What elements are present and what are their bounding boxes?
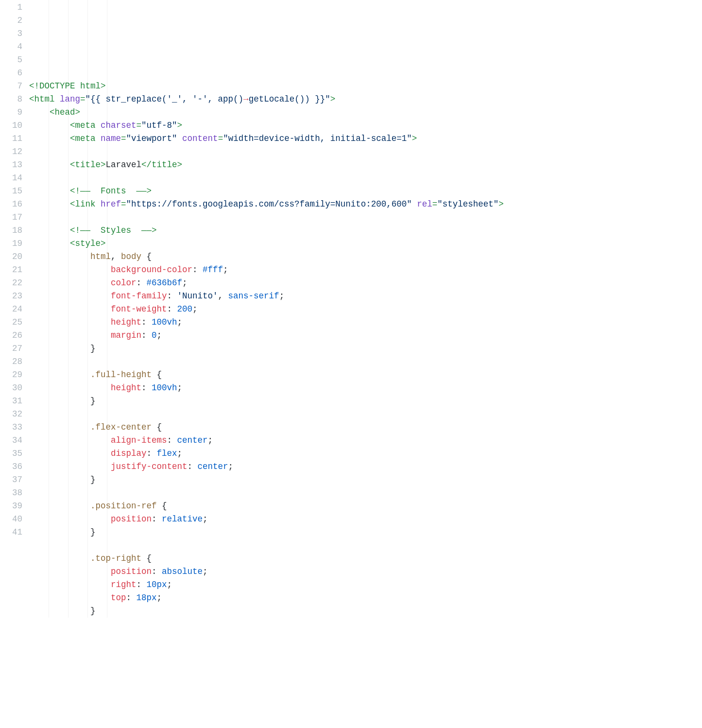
line-number: 33 [0,421,22,434]
token-str: "viewport" [126,134,177,143]
code-line[interactable]: .top-right { [29,552,702,565]
code-editor[interactable]: 1234567891011121314151617181920212223242… [0,0,702,618]
code-line[interactable] [29,355,702,368]
code-line[interactable]: } [29,395,702,408]
code-line[interactable]: position: absolute; [29,565,702,578]
line-number: 41 [0,526,22,539]
code-line[interactable]: } [29,473,702,486]
token-prop: color [111,278,137,288]
token-tag: = [121,199,126,209]
code-line[interactable] [29,172,702,185]
code-line[interactable]: .full-height { [29,368,702,381]
token-txt: ; [177,317,183,327]
code-line[interactable]: display: flex; [29,447,702,460]
token-txt: } [90,344,96,353]
code-line[interactable]: <link href="https://fonts.googleapis.com… [29,198,702,211]
code-line[interactable]: html, body { [29,250,702,263]
code-line[interactable]: <meta charset="utf-8"> [29,119,702,132]
line-number: 22 [0,277,22,290]
code-line[interactable]: margin: 0; [29,329,702,342]
token-str: "https://fonts.googleapis.com/css?family… [126,199,412,209]
line-number: 29 [0,368,22,381]
code-line[interactable]: .flex-center { [29,421,702,434]
token-val: #fff [203,265,223,275]
token-tag: <link [70,199,101,209]
code-line[interactable]: .position-ref { [29,500,702,513]
token-csssel: .full-height [90,370,152,380]
token-txt: { [157,501,167,511]
code-line[interactable]: align-items: center; [29,434,702,447]
line-number: 30 [0,381,22,395]
code-line[interactable]: <meta name="viewport" content="width=dev… [29,132,702,145]
line-number: 19 [0,237,22,250]
token-str: "width=device-width, initial-scale=1" [223,134,412,143]
line-number: 8 [0,93,22,106]
code-line[interactable]: font-family: 'Nunito', sans-serif; [29,290,702,303]
token-txt: Laravel [106,160,142,170]
token-cmt: <!—— Styles ——> [70,225,157,235]
token-val: relative [162,514,203,524]
code-line[interactable]: height: 100vh; [29,316,702,329]
token-txt: : [192,265,203,275]
token-val: flex [157,449,177,458]
code-line[interactable]: <!DOCTYPE html> [29,80,702,93]
code-line[interactable] [29,486,702,500]
code-line[interactable]: <title>Laravel</title> [29,158,702,172]
code-line[interactable]: <!—— Styles ——> [29,224,702,237]
token-txt: ; [157,330,162,340]
code-line[interactable]: <head> [29,106,702,119]
code-line[interactable]: <!—— Fonts ——> [29,185,702,198]
token-tag: <meta [70,121,101,130]
code-line[interactable]: } [29,526,702,539]
token-str: "stylesheet" [437,199,498,209]
code-line[interactable]: <html lang="{{ str_replace('_', '-', app… [29,93,702,106]
token-op: → [243,94,249,104]
token-val: #636b6f [147,278,183,288]
token-str: getLocale()) }}" [249,94,330,104]
code-line[interactable]: height: 100vh; [29,381,702,395]
token-prop: position [111,514,152,524]
token-tag: > [330,94,336,104]
token-val: center [177,435,208,445]
code-line[interactable] [29,145,702,158]
code-line[interactable]: background-color: #fff; [29,263,702,277]
line-number: 18 [0,224,22,237]
token-tag: = [432,199,438,209]
token-txt: ; [192,304,198,314]
token-txt: : [137,278,147,288]
code-line[interactable] [29,408,702,421]
code-line[interactable]: position: relative; [29,513,702,526]
code-line[interactable] [29,539,702,552]
code-line[interactable]: color: #636b6f; [29,277,702,290]
code-line[interactable]: <style> [29,237,702,250]
token-txt: ; [279,291,285,301]
code-line[interactable]: } [29,605,702,618]
token-txt: , [218,291,228,301]
line-number: 1 [0,1,22,14]
code-line[interactable]: top: 18px; [29,591,702,605]
code-line[interactable]: } [29,342,702,355]
line-number: 16 [0,198,22,211]
token-tag: = [218,134,223,143]
token-txt: , [111,252,121,261]
token-prop: height [111,317,141,327]
token-prop: background-color [111,265,192,275]
token-txt: : [167,435,177,445]
token-str: "utf-8" [141,121,177,130]
token-str: "{{ str_replace('_', '-', app() [86,94,244,104]
code-line[interactable]: font-weight: 200; [29,303,702,316]
token-prop: display [111,449,147,458]
token-val: absolute [162,567,203,576]
token-attr: lang [60,94,80,104]
line-number: 13 [0,158,22,172]
code-area[interactable]: <!DOCTYPE html><html lang="{{ str_replac… [29,0,702,618]
line-number: 39 [0,500,22,513]
token-txt: : [126,593,137,603]
code-line[interactable]: justify-content: center; [29,460,702,473]
line-number: 10 [0,119,22,132]
token-prop: font-family [111,291,167,301]
token-val: sans-serif [228,291,279,301]
code-line[interactable] [29,211,702,224]
line-number: 38 [0,486,22,500]
code-line[interactable]: right: 10px; [29,578,702,591]
